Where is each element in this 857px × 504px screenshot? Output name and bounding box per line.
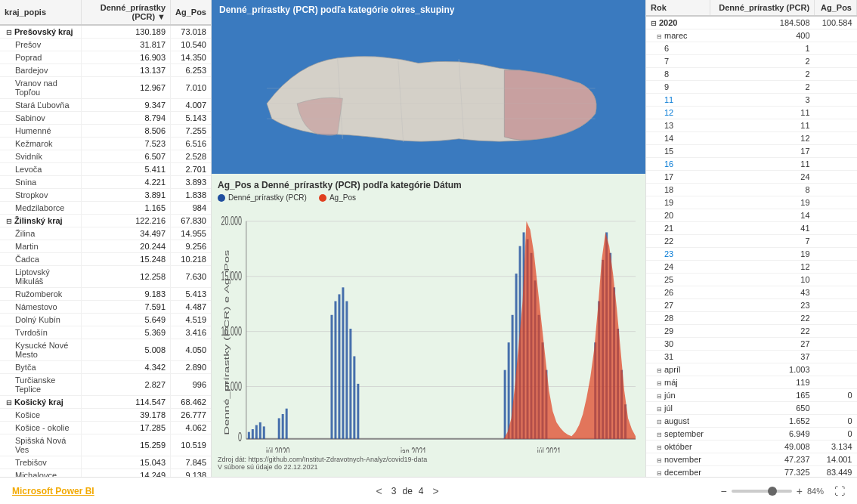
left-table-row: Svidník6.5072.528 [0, 150, 211, 163]
fullscreen-icon[interactable]: ⛶ [834, 485, 845, 497]
cell-rok: 23 [646, 248, 710, 261]
cell-kraj: Spišská Nová Ves [0, 434, 81, 456]
cell-pcr: 2.827 [81, 374, 170, 396]
page-total: 4 [419, 486, 424, 496]
cell-pcr-right: 8 [710, 184, 815, 196]
left-table-row: Michalovce14.2499.138 [0, 469, 211, 478]
cell-ag: 2.890 [171, 361, 211, 374]
left-table-row: ⊟Prešovský kraj130.18973.018 [0, 25, 211, 39]
legend-label-pcr: Denné_prírastky (PCR) [228, 193, 307, 202]
cell-ag: 984 [171, 202, 211, 215]
cell-pcr: 122.216 [81, 215, 170, 227]
cell-rok: 8 [646, 68, 710, 81]
cell-rok: 30 [646, 338, 710, 351]
right-table-row: 2822 [646, 312, 857, 325]
right-col-rok[interactable]: Rok [646, 0, 710, 16]
zoom-slider[interactable] [732, 490, 792, 493]
left-table-row: Čadca15.24810.218 [0, 253, 211, 266]
cell-kraj: Liptovský Mikuláš [0, 266, 81, 288]
zoom-percentage: 84% [807, 487, 824, 496]
cell-ag-right [815, 235, 857, 248]
left-col-kraj[interactable]: kraj_popis [0, 0, 81, 25]
cell-rok: ⊟júl [646, 402, 710, 415]
cell-ag-right [815, 286, 857, 299]
cell-ag: 10.540 [171, 39, 211, 51]
main-container: kraj_popis Denné_prírastky (PCR) ▼ Ag_Po… [0, 0, 857, 504]
svg-rect-30 [357, 384, 359, 439]
cell-pcr-right: 43 [710, 286, 815, 299]
cell-pcr-right: 2 [710, 81, 815, 94]
zoom-in-button[interactable]: + [797, 485, 803, 497]
cell-ag-right [815, 222, 857, 235]
left-table-row: Košice - okolie17.2854.062 [0, 422, 211, 434]
left-col-pcr[interactable]: Denné_prírastky (PCR) ▼ [81, 0, 170, 25]
cell-kraj: Košice - okolie [0, 422, 81, 434]
cell-ag-right: 100.584 [815, 16, 857, 29]
right-table-row: 1919 [646, 196, 857, 209]
cell-kraj: Čadca [0, 253, 81, 266]
cell-ag: 7.845 [171, 456, 211, 469]
next-page-button[interactable]: > [430, 484, 442, 499]
svg-rect-29 [353, 356, 355, 438]
svg-rect-16 [252, 429, 254, 439]
left-col-ag[interactable]: Ag_Pos [171, 0, 211, 25]
cell-ag-right [815, 132, 857, 145]
cell-rok: 17 [646, 171, 710, 184]
cell-kraj: Žilina [0, 227, 81, 240]
powerbi-link[interactable]: Microsoft Power BI [12, 486, 94, 496]
right-table-row: ⊟marec400 [646, 29, 857, 42]
cell-ag-right [815, 248, 857, 261]
right-col-pcr[interactable]: Denné_prírastky (PCR) [710, 0, 815, 16]
cell-rok: 14 [646, 132, 710, 145]
right-table-row: 2319 [646, 248, 857, 261]
cell-rok: 24 [646, 261, 710, 274]
right-table-row: 1517 [646, 145, 857, 158]
cell-pcr: 1.165 [81, 202, 170, 215]
cell-pcr-right: 1.652 [710, 415, 815, 428]
legend-item-pcr: Denné_prírastky (PCR) [218, 193, 307, 202]
cell-kraj: Dolný Kubín [0, 314, 81, 326]
zoom-slider-thumb [768, 487, 777, 496]
cell-kraj: Prešov [0, 39, 81, 51]
cell-kraj: ⊟Prešovský kraj [0, 25, 81, 39]
cell-ag-right [815, 158, 857, 171]
left-table-row: Bytča4.3422.890 [0, 361, 211, 374]
zoom-out-button[interactable]: − [721, 485, 727, 497]
cell-pcr-right: 47.237 [710, 453, 815, 466]
cell-pcr: 9.183 [81, 288, 170, 301]
cell-rok: 27 [646, 299, 710, 312]
cell-pcr-right: 2 [710, 68, 815, 81]
cell-ag-right: 3.134 [815, 441, 857, 453]
svg-text:jan 2021: jan 2021 [400, 446, 426, 453]
cell-kraj: Poprad [0, 51, 81, 64]
left-table-row: Košice39.17826.777 [0, 409, 211, 422]
cell-kraj: Medzilaborce [0, 202, 81, 215]
legend-label-ag: Ag_Pos [329, 193, 356, 202]
cell-ag-right [815, 376, 857, 389]
cell-ag-right [815, 42, 857, 55]
cell-ag-right [815, 363, 857, 376]
middle-panel: Denné_prírastky (PCR) podľa kategórie ok… [212, 0, 645, 477]
bottom-bar: Microsoft Power BI < 3 de 4 > − + 84% ⛶ [0, 477, 857, 504]
cell-ag: 4.007 [171, 99, 211, 112]
right-table-row: 188 [646, 184, 857, 196]
cell-rok: 6 [646, 42, 710, 55]
left-table-row: ⊟Košický kraj114.54768.462 [0, 396, 211, 409]
svg-rect-24 [334, 301, 336, 439]
cell-ag: 2.528 [171, 150, 211, 163]
cell-rok: ⊟marec [646, 29, 710, 42]
cell-rok: 12 [646, 107, 710, 119]
prev-page-button[interactable]: < [373, 484, 385, 499]
cell-ag-right [815, 107, 857, 119]
right-table-row: ⊟august1.6520 [646, 415, 857, 428]
cell-pcr: 15.043 [81, 456, 170, 469]
cell-pcr: 31.817 [81, 39, 170, 51]
right-table-row: 1211 [646, 107, 857, 119]
right-col-ag[interactable]: Ag_Pos [815, 0, 857, 16]
cell-kraj: Snina [0, 176, 81, 189]
svg-rect-23 [330, 315, 333, 439]
cell-pcr: 7.591 [81, 301, 170, 314]
cell-ag-right [815, 338, 857, 351]
cell-kraj: Tvrdošín [0, 326, 81, 339]
cell-pcr: 20.244 [81, 240, 170, 253]
